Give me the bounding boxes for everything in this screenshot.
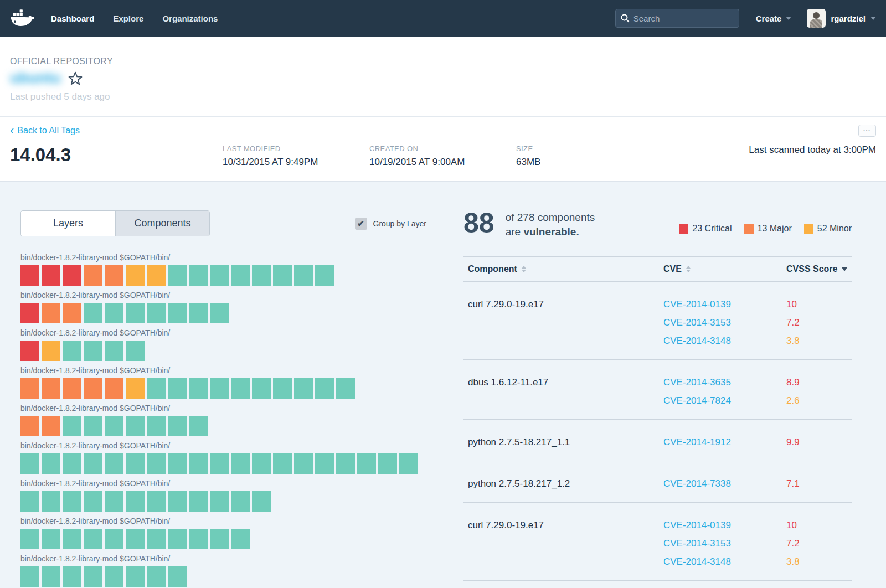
vuln-square-minor[interactable] bbox=[42, 341, 60, 361]
vuln-square-clean[interactable] bbox=[252, 453, 271, 474]
vuln-square-clean[interactable] bbox=[357, 453, 376, 474]
vuln-square-clean[interactable] bbox=[315, 453, 334, 474]
vuln-square-clean[interactable] bbox=[231, 265, 250, 286]
star-icon[interactable] bbox=[68, 71, 83, 85]
vuln-square-clean[interactable] bbox=[147, 416, 166, 436]
vuln-square-clean[interactable] bbox=[63, 529, 81, 549]
vuln-square-clean[interactable] bbox=[294, 453, 313, 474]
vuln-square-clean[interactable] bbox=[168, 453, 187, 474]
vuln-square-clean[interactable] bbox=[42, 529, 60, 549]
vuln-square-major[interactable] bbox=[105, 265, 123, 286]
vuln-square-major[interactable] bbox=[42, 416, 60, 436]
vuln-square-critical[interactable] bbox=[42, 265, 60, 286]
vuln-square-major[interactable] bbox=[63, 378, 81, 399]
vuln-square-clean[interactable] bbox=[84, 453, 102, 474]
vuln-square-clean[interactable] bbox=[189, 416, 208, 436]
vuln-square-clean[interactable] bbox=[147, 491, 166, 512]
vuln-square-clean[interactable] bbox=[147, 566, 166, 587]
vuln-square-clean[interactable] bbox=[105, 566, 123, 587]
vuln-square-clean[interactable] bbox=[42, 566, 60, 587]
vuln-square-clean[interactable] bbox=[105, 303, 123, 323]
vuln-square-major[interactable] bbox=[20, 378, 39, 399]
create-menu[interactable]: Create bbox=[756, 14, 792, 23]
vuln-square-clean[interactable] bbox=[210, 265, 229, 286]
vuln-square-clean[interactable] bbox=[189, 265, 208, 286]
vuln-square-clean[interactable] bbox=[63, 566, 81, 587]
vuln-square-minor[interactable] bbox=[126, 265, 145, 286]
vuln-square-major[interactable] bbox=[63, 303, 81, 323]
vuln-square-critical[interactable] bbox=[20, 265, 39, 286]
vuln-square-clean[interactable] bbox=[63, 453, 81, 474]
vuln-square-clean[interactable] bbox=[189, 303, 208, 323]
vuln-square-clean[interactable] bbox=[168, 566, 187, 587]
vuln-square-clean[interactable] bbox=[84, 416, 102, 436]
vuln-square-clean[interactable] bbox=[42, 491, 60, 512]
vuln-square-clean[interactable] bbox=[84, 566, 102, 587]
nav-link-organizations[interactable]: Organizations bbox=[162, 14, 218, 23]
cve-link[interactable]: CVE-2014-3148 bbox=[663, 553, 786, 571]
vuln-square-clean[interactable] bbox=[294, 378, 313, 399]
vuln-square-clean[interactable] bbox=[273, 378, 292, 399]
vuln-square-major[interactable] bbox=[84, 378, 102, 399]
vuln-square-clean[interactable] bbox=[294, 265, 313, 286]
vuln-square-clean[interactable] bbox=[42, 453, 60, 474]
vuln-square-clean[interactable] bbox=[63, 416, 81, 436]
docker-logo-icon[interactable] bbox=[10, 7, 35, 29]
vuln-square-critical[interactable] bbox=[20, 303, 39, 323]
vuln-square-clean[interactable] bbox=[231, 453, 250, 474]
more-actions-button[interactable]: ••• bbox=[858, 125, 876, 137]
vuln-square-clean[interactable] bbox=[126, 453, 145, 474]
search-input[interactable] bbox=[633, 14, 734, 23]
vuln-square-clean[interactable] bbox=[63, 341, 81, 361]
vuln-square-minor[interactable] bbox=[126, 378, 145, 399]
vuln-square-major[interactable] bbox=[84, 265, 102, 286]
vuln-square-clean[interactable] bbox=[210, 491, 229, 512]
vuln-square-clean[interactable] bbox=[252, 265, 271, 286]
vuln-square-clean[interactable] bbox=[189, 491, 208, 512]
group-by-layer-toggle[interactable]: ✔ Group by Layer bbox=[355, 218, 427, 230]
vuln-square-clean[interactable] bbox=[147, 453, 166, 474]
column-header-component[interactable]: Component bbox=[468, 264, 663, 274]
vuln-square-clean[interactable] bbox=[126, 303, 145, 323]
vuln-square-clean[interactable] bbox=[315, 378, 334, 399]
vuln-square-critical[interactable] bbox=[20, 341, 39, 361]
vuln-square-clean[interactable] bbox=[168, 378, 187, 399]
vuln-square-clean[interactable] bbox=[273, 453, 292, 474]
vuln-square-clean[interactable] bbox=[189, 453, 208, 474]
vuln-square-clean[interactable] bbox=[20, 453, 39, 474]
cve-link[interactable]: CVE-2014-3635 bbox=[663, 373, 786, 391]
vuln-square-clean[interactable] bbox=[336, 378, 355, 399]
vuln-square-clean[interactable] bbox=[210, 378, 229, 399]
cve-link[interactable]: CVE-2014-0139 bbox=[663, 516, 786, 534]
vuln-square-clean[interactable] bbox=[168, 529, 187, 549]
vuln-square-clean[interactable] bbox=[252, 491, 271, 512]
vuln-square-major[interactable] bbox=[105, 378, 123, 399]
back-to-all-tags-link[interactable]: ‹ Back to All Tags bbox=[10, 126, 80, 136]
vuln-square-clean[interactable] bbox=[20, 491, 39, 512]
cve-link[interactable]: CVE-2014-7824 bbox=[663, 391, 786, 410]
vuln-square-clean[interactable] bbox=[147, 303, 166, 323]
vuln-square-clean[interactable] bbox=[105, 453, 123, 474]
vuln-square-clean[interactable] bbox=[126, 566, 145, 587]
vuln-square-clean[interactable] bbox=[126, 416, 145, 436]
vuln-square-clean[interactable] bbox=[378, 453, 397, 474]
vuln-square-clean[interactable] bbox=[210, 529, 229, 549]
vuln-square-clean[interactable] bbox=[231, 491, 250, 512]
vuln-square-clean[interactable] bbox=[20, 566, 39, 587]
vuln-square-major[interactable] bbox=[42, 303, 60, 323]
vuln-square-clean[interactable] bbox=[315, 265, 334, 286]
column-header-cve[interactable]: CVE bbox=[663, 264, 786, 274]
column-header-cvss-score[interactable]: CVSS Score bbox=[786, 264, 852, 274]
vuln-square-clean[interactable] bbox=[273, 265, 292, 286]
vuln-square-clean[interactable] bbox=[168, 265, 187, 286]
vuln-square-clean[interactable] bbox=[84, 303, 102, 323]
user-menu[interactable]: rgardziel bbox=[807, 9, 876, 28]
vuln-square-clean[interactable] bbox=[126, 529, 145, 549]
vuln-square-clean[interactable] bbox=[252, 378, 271, 399]
vuln-square-clean[interactable] bbox=[126, 341, 145, 361]
search-box[interactable] bbox=[615, 9, 739, 28]
vuln-square-clean[interactable] bbox=[126, 491, 145, 512]
cve-link[interactable]: CVE-2014-3148 bbox=[663, 332, 786, 350]
cve-link[interactable]: CVE-2014-3153 bbox=[663, 534, 786, 553]
vuln-square-clean[interactable] bbox=[231, 378, 250, 399]
